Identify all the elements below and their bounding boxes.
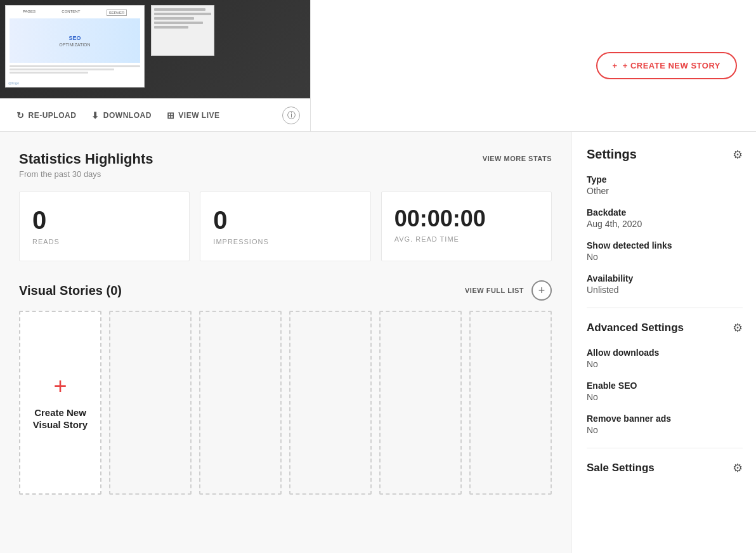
mock-doc-lines (10, 65, 140, 74)
type-value: Other (587, 186, 743, 196)
impressions-value: 0 (213, 207, 357, 233)
download-icon: ⬇ (91, 110, 100, 120)
preview-image-content: PAGESCONTENTSERVER SEO OPTIMIZATION @log… (0, 0, 310, 98)
reads-card: 0 READS (19, 192, 190, 261)
advanced-settings-gear-icon[interactable]: ⚙ (733, 321, 743, 335)
backdate-value: Aug 4th, 2020 (587, 219, 743, 229)
mock-doc-image: SEO OPTIMIZATION (10, 18, 140, 63)
stats-title-group: Statistics Highlights From the past 30 d… (19, 151, 153, 179)
availability-setting: Availability Unlisted (587, 273, 743, 295)
section-divider-2 (587, 448, 743, 448)
create-new-story-button[interactable]: + + CREATE NEW STORY (596, 52, 737, 79)
backdate-label: Backdate (587, 207, 743, 218)
view-live-button[interactable]: ⊞ VIEW LIVE (160, 107, 226, 124)
enable-seo-setting: Enable SEO No (587, 381, 743, 402)
mock-doc-header: PAGESCONTENTSERVER (10, 10, 140, 16)
reads-label: READS (32, 238, 176, 245)
view-full-list-link[interactable]: VIEW FULL LIST (465, 287, 524, 294)
backdate-setting: Backdate Aug 4th, 2020 (587, 207, 743, 229)
availability-label: Availability (587, 273, 743, 283)
content-area: Statistics Highlights From the past 30 d… (0, 132, 571, 553)
visual-stories-actions: VIEW FULL LIST + (465, 280, 552, 301)
story-cards-container: + Create New Visual Story (19, 311, 552, 495)
main-content: Statistics Highlights From the past 30 d… (0, 132, 756, 553)
allow-downloads-label: Allow downloads (587, 348, 743, 358)
avg-read-time-label: AVG. READ TIME (394, 235, 538, 243)
visual-stories-title: Visual Stories (0) (19, 283, 122, 298)
allow-downloads-setting: Allow downloads No (587, 348, 743, 369)
settings-gear-icon[interactable]: ⚙ (733, 148, 743, 162)
visual-stories-header: Visual Stories (0) VIEW FULL LIST + (19, 280, 552, 301)
avg-read-time-card: 00:00:00 AVG. READ TIME (381, 192, 552, 261)
sale-settings-header: Sale Settings ⚙ (587, 461, 743, 475)
settings-header: Settings ⚙ (587, 147, 743, 162)
settings-title: Settings (587, 147, 637, 162)
plus-icon: + (613, 61, 618, 70)
stats-header: Statistics Highlights From the past 30 d… (19, 151, 552, 179)
avg-read-time-value: 00:00:00 (394, 207, 538, 230)
section-divider (587, 308, 743, 308)
info-button[interactable]: ⓘ (282, 107, 300, 124)
empty-story-card-5 (469, 311, 552, 495)
download-button[interactable]: ⬇ DOWNLOAD (85, 107, 158, 124)
right-top-area: + + CREATE NEW STORY (311, 0, 756, 131)
visual-stories-section: Visual Stories (0) VIEW FULL LIST + + Cr… (19, 280, 552, 495)
action-bar: ↻ RE-UPLOAD ⬇ DOWNLOAD ⊞ VIEW LIVE ⓘ (0, 98, 310, 131)
type-setting: Type Other (587, 174, 743, 196)
stats-cards: 0 READS 0 IMPRESSIONS 00:00:00 AVG. READ… (19, 192, 552, 261)
stats-subtitle: From the past 30 days (19, 169, 153, 179)
empty-story-card-4 (379, 311, 462, 495)
view-more-stats-link[interactable]: VIEW MORE STATS (483, 151, 552, 162)
remove-banner-value: No (587, 425, 743, 435)
show-links-value: No (587, 252, 743, 262)
create-plus-icon: + (53, 375, 67, 398)
add-story-button[interactable]: + (531, 280, 552, 301)
empty-story-card-3 (289, 311, 372, 495)
create-story-card[interactable]: + Create New Visual Story (19, 311, 101, 495)
show-links-setting: Show detected links No (587, 240, 743, 262)
enable-seo-label: Enable SEO (587, 381, 743, 391)
impressions-card: 0 IMPRESSIONS (200, 192, 370, 261)
sale-settings-title: Sale Settings (587, 462, 655, 474)
empty-story-card-1 (109, 311, 192, 495)
create-card-label: Create New Visual Story (20, 407, 100, 431)
sale-settings-gear-icon[interactable]: ⚙ (733, 461, 743, 475)
mock-thumbnail (151, 5, 214, 56)
preview-area: PAGESCONTENTSERVER SEO OPTIMIZATION @log… (0, 0, 311, 131)
advanced-settings-header: Advanced Settings ⚙ (587, 321, 743, 335)
reupload-button[interactable]: ↻ RE-UPLOAD (10, 107, 82, 124)
empty-story-card-2 (199, 311, 282, 495)
type-label: Type (587, 174, 743, 185)
mock-document: PAGESCONTENTSERVER SEO OPTIMIZATION @log… (5, 5, 145, 88)
show-links-label: Show detected links (587, 240, 743, 250)
enable-seo-value: No (587, 392, 743, 402)
reads-value: 0 (32, 207, 176, 233)
remove-banner-setting: Remove banner ads No (587, 413, 743, 435)
allow-downloads-value: No (587, 359, 743, 369)
reupload-icon: ↻ (16, 110, 25, 120)
availability-value: Unlisted (587, 285, 743, 295)
sidebar: Settings ⚙ Type Other Backdate Aug 4th, … (571, 132, 756, 553)
remove-banner-label: Remove banner ads (587, 413, 743, 424)
view-live-icon: ⊞ (167, 110, 175, 120)
preview-image: PAGESCONTENTSERVER SEO OPTIMIZATION @log… (0, 0, 310, 98)
impressions-label: IMPRESSIONS (213, 238, 357, 245)
top-section: PAGESCONTENTSERVER SEO OPTIMIZATION @log… (0, 0, 756, 132)
advanced-settings-title: Advanced Settings (587, 322, 684, 334)
stats-title: Statistics Highlights (19, 151, 153, 167)
